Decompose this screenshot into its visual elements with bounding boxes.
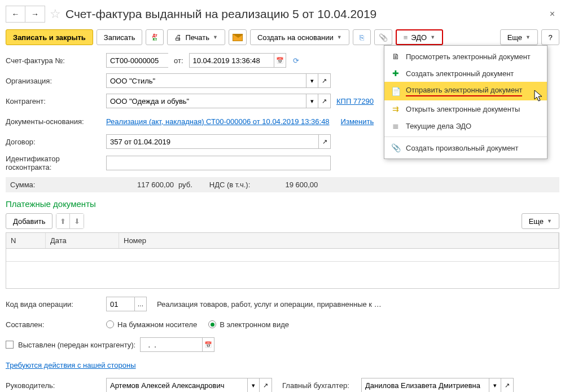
org-label: Организация: [6,77,106,85]
table-more-button[interactable]: Еще▼ [522,213,559,229]
structure-icon [360,33,364,42]
open-ref-icon[interactable]: ↗ [501,378,514,392]
radio-electronic[interactable]: В электронном виде [208,320,289,329]
basis-docs-label: Документы-основания: [6,117,106,126]
change-link[interactable]: Изменить [341,117,374,126]
edo-icon [404,33,408,42]
action-required-link[interactable]: Требуются действия с нашей стороны [6,361,136,369]
page-title: Счет-фактура выданный на реализацию 5 от… [65,7,376,21]
manager-label: Руководитель: [6,381,106,390]
basis-doc-link[interactable]: Реализация (акт, накладная) СТ00-000006 … [106,117,330,126]
move-down-button[interactable]: ⬇ [70,214,84,228]
chevron-down-icon[interactable]: ▾ [306,94,318,108]
sum-label: Сумма: [10,180,106,189]
chevron-down-icon[interactable]: ▾ [489,378,501,392]
attachments-button[interactable] [374,29,392,45]
plus-circle-icon: ✚ [391,69,400,78]
vat-label: НДС (в т.ч.): [209,180,251,189]
counterparty-label: Контрагент: [6,97,106,105]
write-button[interactable]: Записать [97,29,143,45]
radio-paper[interactable]: На бумажном носителе [106,320,197,329]
manager-field[interactable]: ▾ ↗ [106,378,272,392]
opcode-description: Реализация товаров, работ, услуг и опера… [157,300,382,309]
sum-currency: руб. [178,180,192,189]
menu-create-edoc[interactable]: ✚ Создать электронный документ [384,65,547,82]
issued-checkbox[interactable] [6,341,14,349]
chevron-down-icon: ▼ [337,34,342,40]
govcontract-label: Идентификатор госконтракта: [6,155,106,171]
chevron-down-icon[interactable]: ▾ [247,378,260,392]
paperclip-icon [379,33,388,42]
col-date: Дата [46,233,119,248]
menu-view-edoc[interactable]: 🗎 Просмотреть электронный документ [384,48,547,65]
add-row-button[interactable]: Добавить [6,213,52,229]
issued-label: Выставлен (передан контрагенту): [18,341,135,349]
edo-button[interactable]: ЭДО▼ [396,29,443,45]
printer-icon [174,33,182,42]
kpp-link[interactable]: КПП 77290 [336,97,374,105]
send-document-icon: 📄 [391,87,400,96]
invoice-no-field[interactable] [106,53,168,68]
contract-label: Договор: [6,138,106,146]
create-based-on-button[interactable]: Создать на основании▼ [250,29,349,45]
composed-label: Составлен: [6,320,106,329]
paperclip-icon: 📎 [391,143,400,152]
counterparty-field[interactable]: ▾ ↗ [106,94,331,108]
opcode-label: Код вида операции: [6,300,106,309]
print-button[interactable]: Печать▼ [167,29,225,45]
menu-current-edo[interactable]: ≣ Текущие дела ЭДО [384,117,547,134]
move-up-button[interactable]: ⬆ [56,214,70,228]
nav-back-button[interactable]: ← [6,6,25,22]
open-ref-icon[interactable]: ↗ [318,73,331,88]
accountant-field[interactable]: ▾ ↗ [361,378,514,392]
close-icon[interactable]: × [545,7,559,21]
opcode-field[interactable]: … [106,297,147,311]
more-button[interactable]: Еще▼ [500,29,538,45]
open-ref-icon[interactable]: ↗ [318,94,331,108]
debit-credit-icon: ДтКт [152,33,157,41]
org-field[interactable]: ▾ ↗ [106,73,331,88]
tasks-icon: ≣ [391,121,400,130]
invoice-no-label: Счет-фактура №: [6,56,106,65]
from-date-field[interactable]: 📅 [189,53,286,68]
issued-date-field[interactable]: 📅 [140,337,214,352]
col-n: N [6,233,46,248]
chevron-down-icon: ▼ [213,34,218,40]
chevron-down-icon[interactable]: ▾ [306,73,318,88]
calendar-icon[interactable]: 📅 [202,337,214,352]
edo-dropdown-menu: 🗎 Просмотреть электронный документ ✚ Соз… [384,45,548,159]
favorite-star-icon[interactable]: ☆ [50,7,61,21]
help-button[interactable]: ? [541,29,559,45]
govcontract-field[interactable] [106,156,331,170]
calendar-icon[interactable]: 📅 [274,53,286,68]
contract-field[interactable]: ↗ [106,134,331,149]
sum-value: 117 600,00 [106,180,174,189]
structure-button[interactable] [353,29,371,45]
chevron-down-icon: ▼ [430,34,435,40]
debit-credit-button[interactable]: ДтКт [146,29,164,45]
menu-create-arbitrary[interactable]: 📎 Создать произвольный документ [384,139,547,156]
document-icon: 🗎 [391,52,400,61]
ellipsis-icon[interactable]: … [134,297,147,311]
vat-value: 19 600,00 [250,180,318,189]
open-ref-icon[interactable]: ↗ [318,134,331,149]
menu-send-edoc[interactable]: 📄 Отправить электронный документ [384,82,547,100]
open-ref-icon[interactable]: ↗ [260,378,272,392]
col-number: Номер [119,233,559,248]
mail-button[interactable] [229,29,247,45]
menu-open-edocs[interactable]: ⇉ Открыть электронные документы [384,100,547,117]
accountant-label: Главный бухгалтер: [282,381,361,390]
tree-icon: ⇉ [391,104,400,113]
chevron-down-icon: ▼ [525,34,531,40]
chevron-down-icon: ▼ [547,218,552,224]
write-and-close-button[interactable]: Записать и закрыть [6,29,93,45]
refresh-icon[interactable]: ⟳ [293,56,299,65]
mail-icon [233,34,243,41]
nav-forward-button[interactable]: → [25,6,45,22]
payments-section-title: Платежные документы [6,199,559,209]
from-label: от: [174,56,183,65]
payments-table[interactable]: N Дата Номер [6,232,559,289]
